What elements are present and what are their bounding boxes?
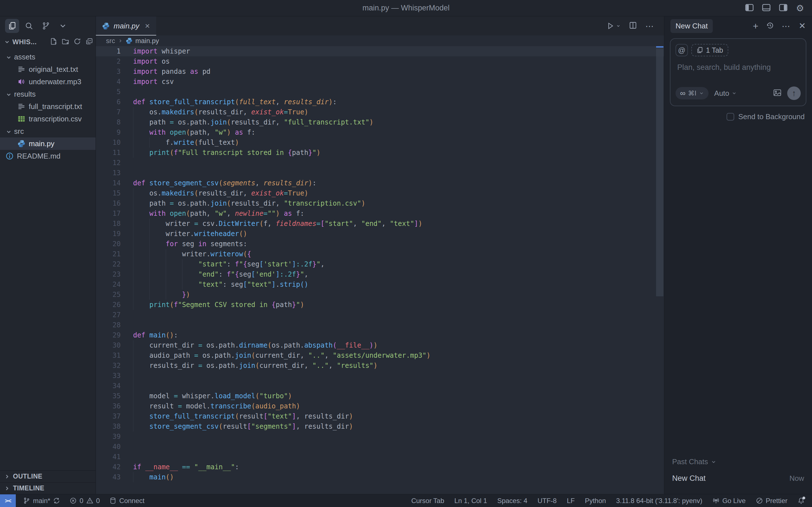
editor-scrollbar[interactable] — [656, 46, 663, 494]
code-line-1[interactable]: 1import whisper — [96, 46, 664, 56]
timeline-section[interactable]: TIMELINE — [0, 482, 96, 494]
code-line-30[interactable]: 30 current_dir = os.path.dirname(os.path… — [96, 340, 664, 350]
code-line-5[interactable]: 5 — [96, 87, 664, 97]
search-icon[interactable] — [22, 19, 36, 33]
code-line-40[interactable]: 40 — [96, 442, 664, 452]
new-file-icon[interactable] — [50, 38, 57, 46]
tree-file-transcription-csv[interactable]: transcription.csv — [0, 113, 96, 125]
code-line-4[interactable]: 4import csv — [96, 76, 664, 87]
status-item-main-[interactable]: main* — [23, 497, 60, 505]
agent-mode-pill[interactable]: ∞ ⌘I — [675, 87, 709, 100]
chevron-down-icon[interactable] — [4, 39, 10, 45]
breadcrumb-folder[interactable]: src — [106, 37, 115, 45]
tree-file-underwater-mp3[interactable]: underwater.mp3 — [0, 75, 96, 88]
code-line-28[interactable]: 28 — [96, 320, 664, 330]
status-item-ln-1-col-1[interactable]: Ln 1, Col 1 — [455, 497, 487, 505]
send-button[interactable]: ↑ — [787, 87, 801, 100]
past-chats-toggle[interactable]: Past Chats — [672, 457, 804, 466]
code-line-21[interactable]: 21 writer.writerow({ — [96, 249, 664, 259]
code-line-32[interactable]: 32 results_dir = os.path.join(current_di… — [96, 360, 664, 371]
toggle-bottom-panel-icon[interactable] — [762, 3, 770, 13]
code-line-31[interactable]: 31 audio_path = os.path.join(current_dir… — [96, 350, 664, 360]
chat-input-box[interactable]: @ 1 Tab Plan, search, build anything ∞ ⌘… — [670, 38, 806, 106]
close-tab-icon[interactable]: × — [145, 22, 150, 30]
tree-file-readme-md[interactable]: README.md — [0, 150, 96, 162]
code-line-41[interactable]: 41 — [96, 452, 664, 462]
code-line-20[interactable]: 20 for seg in segments: — [96, 239, 664, 249]
chat-tab-new-chat[interactable]: New Chat — [670, 19, 713, 33]
code-line-17[interactable]: 17 with open(path, "w", newline="") as f… — [96, 209, 664, 219]
code-line-15[interactable]: 15 os.makedirs(results_dir, exist_ok=Tru… — [96, 188, 664, 198]
tab-main-py[interactable]: main.py × — [96, 16, 156, 36]
code-line-12[interactable]: 12 — [96, 158, 664, 168]
status-item-cursor-tab[interactable]: Cursor Tab — [411, 497, 444, 505]
chevron-down-icon[interactable] — [6, 128, 12, 134]
attach-image-icon[interactable] — [773, 89, 781, 98]
chat-input-placeholder[interactable]: Plan, search, build anything — [677, 63, 801, 72]
code-line-25[interactable]: 25 }) — [96, 290, 664, 300]
code-line-35[interactable]: 35 model = whisper.load_model("turbo") — [96, 391, 664, 401]
code-line-24[interactable]: 24 "text": seg["text"].strip() — [96, 279, 664, 290]
tree-file-full-transcript-txt[interactable]: full_transcript.txt — [0, 100, 96, 113]
code-line-14[interactable]: 14def store_segment_csv(segments, result… — [96, 178, 664, 188]
new-folder-icon[interactable] — [62, 38, 69, 46]
code-line-37[interactable]: 37 store_full_transcript(result["text"],… — [96, 411, 664, 421]
code-line-2[interactable]: 2import os — [96, 56, 664, 66]
run-button[interactable] — [606, 22, 620, 30]
chat-history-item[interactable]: New Chat Now — [672, 474, 804, 483]
chat-close-icon[interactable]: ✕ — [799, 22, 806, 30]
new-chat-plus-icon[interactable]: + — [753, 21, 758, 31]
tree-folder-assets[interactable]: assets — [0, 51, 96, 63]
code-line-9[interactable]: 9 with open(path, "w") as f: — [96, 127, 664, 137]
code-line-27[interactable]: 27 — [96, 310, 664, 320]
status-item-3-11-8-64-bit-3-11-8-pyenv-[interactable]: 3.11.8 64-bit ('3.11.8': pyenv) — [616, 497, 702, 505]
code-line-29[interactable]: 29def main(): — [96, 330, 664, 340]
explorer-icon[interactable] — [5, 19, 19, 33]
tree-file-main-py[interactable]: main.py — [0, 137, 96, 150]
code-line-43[interactable]: 43 main() — [96, 472, 664, 482]
source-control-icon[interactable] — [39, 19, 53, 33]
mention-context-button[interactable]: @ — [675, 44, 688, 56]
status-item-utf-8[interactable]: UTF-8 — [538, 497, 557, 505]
code-line-10[interactable]: 10 f.write(full_text) — [96, 137, 664, 148]
code-line-18[interactable]: 18 writer = csv.DictWriter(f, fieldnames… — [96, 219, 664, 229]
scrollbar-thumb[interactable] — [656, 48, 663, 296]
status-item-python[interactable]: Python — [585, 497, 606, 505]
more-actions-icon[interactable]: ⋯ — [645, 21, 654, 31]
tree-folder-results[interactable]: results — [0, 88, 96, 100]
chat-more-icon[interactable]: ⋯ — [782, 21, 791, 31]
breadcrumb-file[interactable]: main.py — [135, 37, 159, 45]
code-line-36[interactable]: 36 result = model.transcribe(audio_path) — [96, 401, 664, 411]
chat-history-icon[interactable] — [766, 22, 774, 31]
status-item-connect[interactable]: Connect — [109, 497, 144, 505]
chevron-down-icon[interactable] — [6, 91, 12, 97]
code-line-8[interactable]: 8 path = os.path.join(results_dir, "full… — [96, 117, 664, 127]
send-to-background-checkbox[interactable] — [726, 113, 734, 121]
code-line-39[interactable]: 39 — [96, 432, 664, 442]
chevron-down-icon[interactable] — [56, 19, 70, 33]
refresh-icon[interactable] — [73, 38, 81, 46]
code-line-42[interactable]: 42if __name__ == "__main__": — [96, 462, 664, 472]
toggle-left-panel-icon[interactable] — [745, 3, 754, 13]
tree-file-original-text-txt[interactable]: original_text.txt — [0, 63, 96, 75]
code-line-13[interactable]: 13 — [96, 168, 664, 178]
code-line-11[interactable]: 11 print(f"Full transcript stored in {pa… — [96, 148, 664, 158]
tab-context-chip[interactable]: 1 Tab — [691, 44, 728, 56]
status-item-lf[interactable]: LF — [567, 497, 574, 505]
settings-gear-icon[interactable]: ⚙ — [796, 4, 804, 13]
code-line-23[interactable]: 23 "end": f"{seg['end']:.2f}", — [96, 269, 664, 279]
code-line-7[interactable]: 7 os.makedirs(results_dir, exist_ok=True… — [96, 107, 664, 117]
code-line-34[interactable]: 34 — [96, 381, 664, 391]
status-item-0[interactable]: 00 — [70, 497, 100, 505]
code-line-38[interactable]: 38 store_segment_csv(result["segments"],… — [96, 421, 664, 432]
remote-indicator[interactable]: >< — [0, 494, 16, 507]
code-line-26[interactable]: 26 print(f"Segment CSV stored in {path}"… — [96, 300, 664, 310]
code-line-6[interactable]: 6def store_full_transcript(full_text, re… — [96, 97, 664, 107]
status-item-spaces-4[interactable]: Spaces: 4 — [497, 497, 527, 505]
toggle-right-panel-icon[interactable] — [779, 3, 788, 13]
code-line-33[interactable]: 33 — [96, 371, 664, 381]
project-name[interactable]: WHIS... — [12, 38, 37, 46]
outline-section[interactable]: OUTLINE — [0, 470, 96, 482]
tree-folder-src[interactable]: src — [0, 125, 96, 137]
status-item-prettier[interactable]: Prettier — [756, 497, 788, 505]
